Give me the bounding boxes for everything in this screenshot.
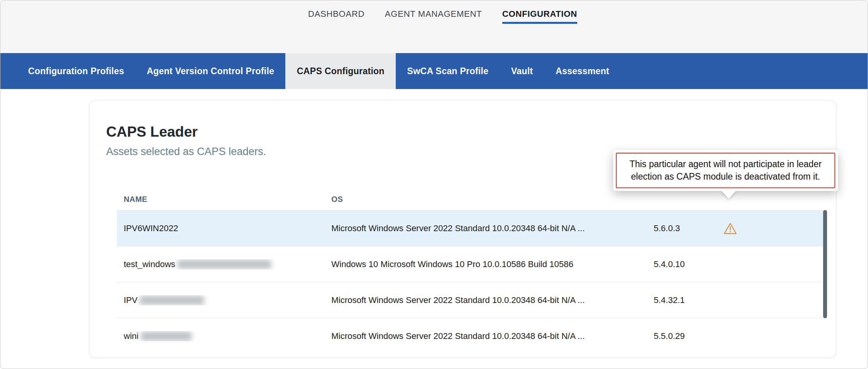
sub-nav-agent-version-control-profile[interactable]: Agent Version Control Profile [135, 53, 286, 89]
asset-status-cell [712, 222, 827, 235]
asset-os-cell: Microsoft Windows Server 2022 Standard 1… [325, 295, 642, 305]
sub-nav-swca-scan-profile[interactable]: SwCA Scan Profile [396, 53, 500, 89]
column-header-name: NAME [117, 195, 325, 204]
table-row[interactable]: wini Microsoft Windows Server 2022 Stand… [117, 318, 827, 354]
warning-tooltip: This particular agent will not participa… [613, 150, 838, 191]
tooltip-arrow [721, 191, 736, 199]
caps-leader-card: CAPS Leader Assets selected as CAPS lead… [89, 100, 836, 358]
asset-version-cell: 5.4.0.10 [642, 259, 712, 269]
sub-nav: Configuration Profiles Agent Version Con… [0, 53, 868, 89]
table-row[interactable]: IPV Microsoft Windows Server 2022 Standa… [117, 282, 827, 318]
asset-version-cell: 5.4.32.1 [642, 295, 712, 305]
asset-name-cell: test_windows [117, 259, 325, 269]
column-header-os: OS [325, 195, 642, 204]
asset-version-cell: 5.5.0.29 [642, 331, 712, 341]
asset-name-cell: wini [117, 331, 325, 341]
top-nav-configuration[interactable]: CONFIGURATION [502, 9, 577, 24]
table-row[interactable]: IPV6WIN2022 Microsoft Windows Server 202… [117, 210, 827, 246]
table-scrollbar[interactable] [823, 210, 827, 318]
app-window: DASHBOARD AGENT MANAGEMENT CONFIGURATION… [0, 0, 868, 369]
asset-name-cell: IPV [117, 295, 325, 305]
asset-os-cell: Windows 10 Microsoft Windows 10 Pro 10.0… [325, 259, 642, 269]
asset-version-cell: 5.6.0.3 [642, 223, 712, 234]
top-nav: DASHBOARD AGENT MANAGEMENT CONFIGURATION [0, 0, 868, 53]
redacted-text [140, 296, 204, 305]
top-nav-agent-management[interactable]: AGENT MANAGEMENT [385, 9, 482, 24]
sub-nav-caps-configuration[interactable]: CAPS Configuration [285, 53, 396, 89]
redacted-text [141, 332, 192, 341]
asset-name-cell: IPV6WIN2022 [117, 223, 325, 234]
caps-leader-table: NAME OS IPV6WIN2022 Microsoft Windows Se… [117, 188, 827, 354]
asset-os-cell: Microsoft Windows Server 2022 Standard 1… [325, 331, 642, 341]
table-row[interactable]: test_windows Windows 10 Microsoft Window… [117, 246, 827, 282]
table-header-row: NAME OS [117, 188, 827, 210]
warning-tooltip-text: This particular agent will not participa… [616, 153, 835, 188]
warning-icon[interactable] [723, 222, 827, 235]
sub-nav-assessment[interactable]: Assessment [544, 53, 621, 89]
asset-os-cell: Microsoft Windows Server 2022 Standard 1… [325, 223, 642, 234]
sub-nav-configuration-profiles[interactable]: Configuration Profiles [17, 53, 135, 89]
top-nav-items: DASHBOARD AGENT MANAGEMENT CONFIGURATION [308, 9, 577, 53]
top-nav-dashboard[interactable]: DASHBOARD [308, 9, 365, 24]
sub-nav-vault[interactable]: Vault [500, 53, 544, 89]
redacted-text [178, 260, 271, 269]
page-title: CAPS Leader [106, 124, 836, 140]
